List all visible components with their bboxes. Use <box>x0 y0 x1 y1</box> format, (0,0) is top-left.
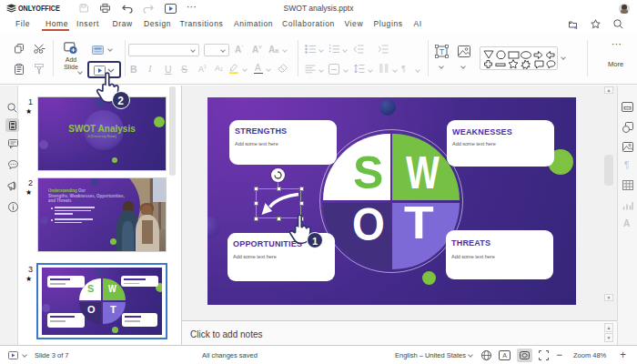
svg-text:T: T <box>440 47 445 56</box>
